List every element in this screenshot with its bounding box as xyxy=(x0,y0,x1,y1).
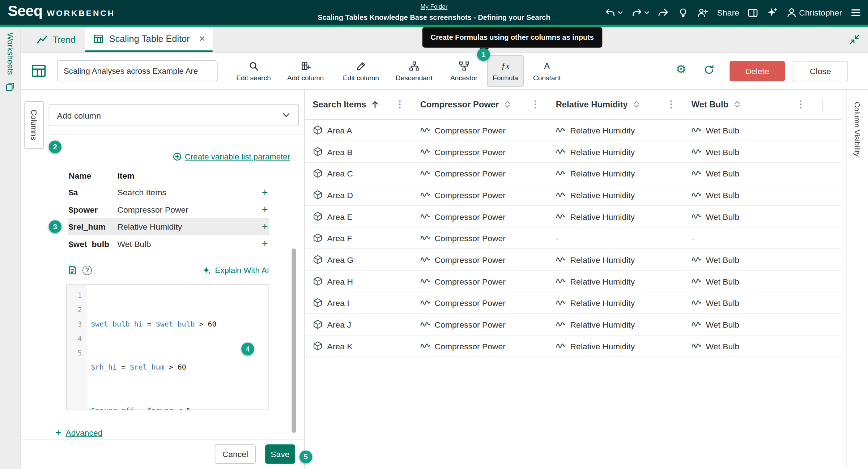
lightbulb-icon xyxy=(678,7,689,18)
formula-code[interactable]: $wet_bulb_hi = $wet_bulb > 60 $rh_hi = $… xyxy=(86,285,268,410)
table-row[interactable]: Area F Compressor Power - - xyxy=(305,227,841,249)
table-row[interactable]: Area E Compressor Power Relative Humidit… xyxy=(305,206,841,227)
settings-gear-icon[interactable]: ⚙ xyxy=(676,61,686,78)
tips-button[interactable] xyxy=(678,7,689,18)
constant-a-icon: A xyxy=(544,60,550,72)
line-number: 3 xyxy=(67,317,82,332)
explain-with-ai-link[interactable]: Explain With AI xyxy=(203,266,269,274)
cell-humidity: Relative Humidity xyxy=(548,276,684,286)
cell-power: Compressor Power xyxy=(412,168,548,178)
sort-toggle-icon[interactable] xyxy=(503,100,512,108)
cancel-button[interactable]: Cancel xyxy=(215,444,256,464)
layout-button[interactable] xyxy=(748,7,759,18)
panel-scrollbar[interactable] xyxy=(292,248,296,433)
undo-button[interactable] xyxy=(605,7,623,18)
table-row[interactable]: Area A Compressor Power Relative Humidit… xyxy=(305,120,841,141)
cell-power: Compressor Power xyxy=(412,212,548,222)
param-name: $a xyxy=(69,188,118,197)
column-menu-icon[interactable]: ⋮ xyxy=(392,100,408,109)
fast-follow-button[interactable] xyxy=(658,7,669,18)
add-parameter-button[interactable]: + xyxy=(256,187,268,197)
delete-button[interactable]: Delete xyxy=(729,61,785,81)
cell-item: Area K xyxy=(305,341,412,351)
column-resize-handle[interactable] xyxy=(822,98,823,111)
column-header-relative-humidity[interactable]: Relative Humidity ⋮ xyxy=(548,90,684,119)
column-header-wet-bulb[interactable]: Wet Bulb ⋮ xyxy=(684,90,841,119)
column-header-search-items[interactable]: Search Items ⋮ xyxy=(305,90,412,119)
add-column-select[interactable]: Add column xyxy=(49,104,299,126)
signal-label: Compressor Power xyxy=(435,341,506,351)
edit-search-button[interactable]: Edit search xyxy=(230,55,277,87)
signal-label: Relative Humidity xyxy=(570,212,635,221)
param-item: Compressor Power xyxy=(117,205,256,214)
column-menu-icon[interactable]: ⋮ xyxy=(793,100,809,109)
edit-column-button[interactable]: Edit column xyxy=(334,55,387,87)
column-menu-icon[interactable]: ⋮ xyxy=(528,100,544,109)
sort-toggle-icon[interactable] xyxy=(632,100,641,108)
descendant-button[interactable]: Descendant xyxy=(387,55,441,87)
table-row[interactable]: Area K Compressor Power Relative Humidit… xyxy=(305,336,841,357)
cell-humidity: Relative Humidity xyxy=(548,255,684,265)
formula-button[interactable]: ƒx Formula xyxy=(487,55,524,87)
columns-panel-tab[interactable]: Columns xyxy=(24,101,44,149)
signal-icon xyxy=(556,298,566,308)
edit-search-label: Edit search xyxy=(236,74,271,82)
code-line: $wet_bulb_hi = $wet_bulb > 60 xyxy=(91,317,268,332)
tab-scaling-table-editor[interactable]: Scaling Table Editor × xyxy=(85,27,213,52)
tab-editor-label: Scaling Table Editor xyxy=(109,34,190,44)
help-icon[interactable]: ? xyxy=(82,265,92,275)
collapse-view-button[interactable] xyxy=(849,34,860,45)
create-variable-list-parameter-link[interactable]: Create variable list parameter xyxy=(49,152,290,161)
descendant-tree-icon xyxy=(409,61,419,71)
cell-item: Area B xyxy=(305,147,412,157)
signal-label: Relative Humidity xyxy=(570,169,635,178)
add-parameter-button[interactable]: + xyxy=(256,204,268,215)
undo-icon xyxy=(605,7,616,18)
table-row[interactable]: Area C Compressor Power Relative Humidit… xyxy=(305,163,841,184)
tab-trend[interactable]: Trend xyxy=(26,27,85,52)
manage-access-button[interactable] xyxy=(697,7,709,18)
hamburger-menu-button[interactable] xyxy=(850,7,861,18)
collapse-icon xyxy=(849,34,860,45)
item-label: Area E xyxy=(327,212,353,221)
code-line: $power_off = $power < 5 xyxy=(91,404,268,410)
formula-editor[interactable]: 1 2 3 4 5 $wet_bulb_hi = $wet_bulb > 60 … xyxy=(67,284,269,410)
user-menu[interactable]: Christopher xyxy=(786,7,842,18)
panel-layout-icon xyxy=(748,7,759,18)
param-item: Wet Bulb xyxy=(117,239,256,248)
worksheets-icon[interactable] xyxy=(5,81,16,92)
ai-assistant-button[interactable] xyxy=(767,7,778,18)
add-column-button[interactable]: Add column xyxy=(277,55,334,87)
close-button[interactable]: Close xyxy=(793,61,848,81)
table-row[interactable]: Area D Compressor Power Relative Humidit… xyxy=(305,184,841,206)
signal-icon xyxy=(692,190,702,200)
columns-panel: Columns Add column Create variable list … xyxy=(21,90,305,469)
share-button[interactable]: Share xyxy=(717,8,739,17)
advanced-toggle[interactable]: + Advanced xyxy=(55,426,102,439)
column-menu-icon[interactable]: ⋮ xyxy=(663,100,679,109)
table-row[interactable]: Area B Compressor Power Relative Humidit… xyxy=(305,141,841,163)
table-row[interactable]: Area I Compressor Power Relative Humidit… xyxy=(305,292,841,314)
sort-ascending-icon[interactable] xyxy=(371,100,379,108)
table-row[interactable]: Area J Compressor Power Relative Humidit… xyxy=(305,314,841,336)
code-line: $rh_hi = $rel_hum > 60 xyxy=(91,360,268,375)
add-parameter-button[interactable]: + xyxy=(256,221,268,232)
formula-document-icon[interactable] xyxy=(68,265,78,275)
table-search-input[interactable] xyxy=(57,60,218,81)
cell-item: Area I xyxy=(305,298,412,308)
folder-breadcrumb-link[interactable]: My Folder xyxy=(421,3,448,10)
refresh-icon[interactable] xyxy=(703,64,715,76)
add-parameter-button[interactable]: + xyxy=(256,239,268,249)
worksheets-panel-toggle[interactable]: Worksheets xyxy=(6,33,14,75)
constant-button[interactable]: A Constant xyxy=(524,55,570,87)
workbench-label: WORKBENCH xyxy=(47,8,115,18)
column-visibility-toggle[interactable]: Column Visibility xyxy=(853,102,861,469)
close-tab-icon[interactable]: × xyxy=(199,34,205,44)
save-button[interactable]: Save xyxy=(265,444,295,464)
table-row[interactable]: Area H Compressor Power Relative Humidit… xyxy=(305,270,841,292)
redo-button[interactable] xyxy=(631,7,650,18)
table-row[interactable]: Area G Compressor Power Relative Humidit… xyxy=(305,249,841,271)
sort-toggle-icon[interactable] xyxy=(733,100,741,108)
column-header-compressor-power[interactable]: Compressor Power ⋮ xyxy=(412,90,548,119)
asset-cube-icon xyxy=(313,168,323,178)
